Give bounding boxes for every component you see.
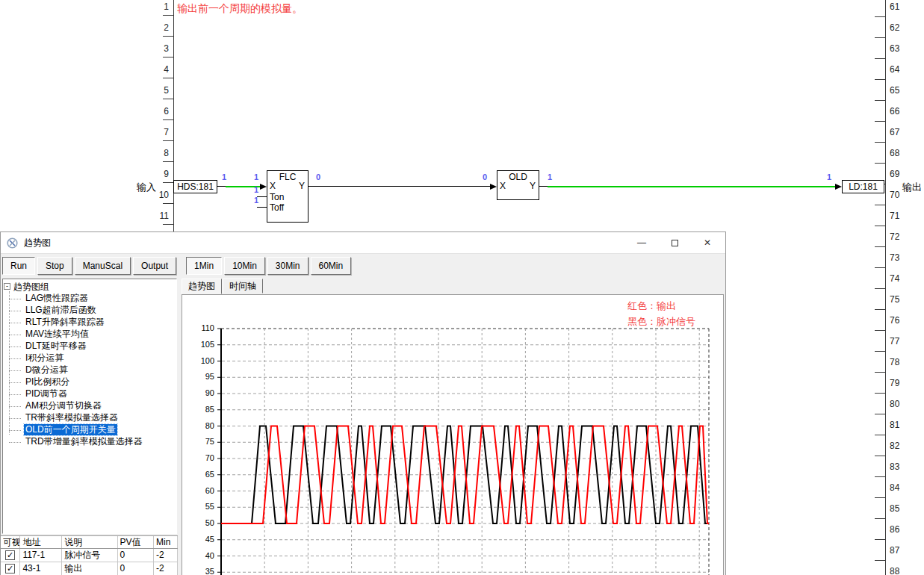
old-pin-y: Y: [530, 181, 536, 191]
rail-tick: [163, 78, 173, 78]
minimize-button[interactable]: —: [625, 232, 658, 253]
rail-number: 79: [890, 378, 909, 388]
rail-number: 6: [149, 106, 169, 116]
maximize-button[interactable]: [658, 232, 691, 253]
rail-tick: [875, 100, 885, 101]
tree-item[interactable]: PID调节器: [3, 388, 176, 400]
rail-number: 65: [890, 85, 909, 96]
flc-toff-stub: [257, 207, 267, 208]
column-header[interactable]: Min: [154, 536, 178, 548]
toolbar-button-run[interactable]: Run: [2, 257, 35, 275]
rail-number: 83: [890, 461, 909, 472]
tree-item[interactable]: DLT延时平移器: [3, 341, 176, 352]
rail-number: 4: [149, 64, 169, 75]
title-bar[interactable]: 趋势图 — ✕: [1, 232, 725, 253]
column-header[interactable]: 说明: [62, 536, 117, 548]
table-row[interactable]: ✓43-1输出0-2: [1, 562, 178, 575]
column-header[interactable]: PV值: [118, 536, 155, 548]
old-block[interactable]: OLD X Y: [497, 170, 539, 200]
output-tag-box[interactable]: LD:181: [842, 180, 884, 193]
tree-expander-icon[interactable]: -: [4, 283, 10, 290]
app-icon: [7, 237, 18, 249]
tree-item[interactable]: TRD带增量斜率模拟量选择器: [3, 436, 176, 448]
input-tag-box[interactable]: HDS:181: [173, 180, 217, 193]
rail-tick: [875, 79, 885, 80]
tree-item[interactable]: RLT升降斜率跟踪器: [3, 317, 176, 329]
rail-tick: [875, 518, 885, 519]
rail-number: 64: [890, 64, 909, 75]
rail-tick: [875, 497, 885, 498]
toolbar-button-30min[interactable]: 30Min: [267, 257, 308, 275]
rail-tick: [875, 456, 885, 456]
rail-tick: [163, 15, 173, 16]
tree-item[interactable]: MAV连续平均值: [3, 329, 176, 341]
tree-item[interactable]: TR带斜率模拟量选择器: [3, 412, 176, 424]
y-axis-tick-label: 75: [190, 437, 214, 447]
checkbox[interactable]: ✓: [5, 564, 15, 574]
column-header[interactable]: 地址: [20, 536, 62, 548]
tree-item-label: MAV连续平均值: [24, 329, 90, 340]
tree-item[interactable]: LLG超前滞后函数: [3, 305, 176, 317]
y-axis-tick-label: 65: [190, 470, 214, 480]
rail-tick: [875, 226, 885, 226]
tree-item[interactable]: I积分运算: [3, 352, 176, 364]
rail-number: 8: [149, 148, 169, 158]
tab-时间轴[interactable]: 时间轴: [223, 279, 263, 293]
toolbar-button-60min[interactable]: 60Min: [311, 257, 352, 275]
tree-item-label: LLG超前滞后函数: [24, 305, 98, 316]
tree-item[interactable]: D微分运算: [3, 364, 176, 376]
flc-x-value: 1: [254, 172, 258, 181]
rail-tick: [875, 414, 885, 414]
toolbar-button-1min[interactable]: 1Min: [186, 257, 222, 275]
tree-item[interactable]: AM积分调节切换器: [3, 400, 176, 412]
rail-number: 82: [890, 441, 909, 451]
rail-tick: [163, 36, 173, 37]
rail-tick: [875, 560, 885, 561]
toolbar-button-10min[interactable]: 10Min: [224, 257, 265, 275]
rail-tick: [163, 161, 173, 162]
rail-number: 63: [890, 43, 909, 54]
table-row[interactable]: ✓117-1脉冲信号0-2: [1, 549, 178, 562]
flc-ton-stub: [257, 196, 267, 197]
close-button[interactable]: ✕: [691, 232, 724, 253]
rail-number: 74: [890, 273, 909, 284]
rail-tick: [163, 57, 173, 58]
checkbox[interactable]: ✓: [5, 550, 15, 560]
flc-pin-y: Y: [299, 181, 305, 191]
wire-value: 1: [222, 172, 226, 181]
rail-tick: [163, 224, 173, 225]
y-axis-tick-label: 85: [190, 405, 214, 415]
column-header[interactable]: 可视: [1, 536, 20, 548]
rail-number: 66: [890, 106, 909, 116]
table-cell: -2: [154, 562, 178, 575]
trend-window: 趋势图 — ✕ RunStopManuScalOutput1Min10Min30…: [0, 231, 726, 575]
rail-number: 2: [149, 22, 169, 33]
rail-number: 76: [890, 315, 909, 326]
tree-item-label: OLD前一个周期开关量: [24, 424, 117, 435]
tab-趋势图[interactable]: 趋势图: [182, 279, 222, 294]
toolbar-button-stop[interactable]: Stop: [37, 257, 72, 275]
rail-tick: [875, 372, 885, 373]
tree-item[interactable]: OLD前一个周期开关量: [3, 424, 176, 436]
desktop: 输出前一个周期的模拟量。 1234567891011 6162636465666…: [0, 0, 924, 575]
ladder-comment-text[interactable]: 输出前一个周期的模拟量。: [177, 2, 303, 16]
y-axis-tick-label: 35: [190, 567, 214, 575]
table-cell: 脉冲信号: [62, 549, 117, 562]
tree-item[interactable]: LAG惯性跟踪器: [3, 293, 176, 305]
input-label: 输入: [137, 181, 156, 194]
tree-root[interactable]: - 趋势图组: [3, 281, 176, 293]
rail-number: 61: [890, 1, 909, 12]
y-axis-tick-label: 45: [190, 535, 214, 545]
rail-tick: [875, 539, 885, 540]
tree-item[interactable]: PI比例积分: [3, 376, 176, 388]
flc-block[interactable]: FLC X Y Ton Toff: [267, 170, 308, 223]
signal-table: 可视地址说明PV值Min✓117-1脉冲信号0-2✓43-1输出0-2: [1, 535, 178, 575]
rail-number: 78: [890, 357, 909, 367]
wire-active: [548, 186, 836, 187]
toolbar-button-manuscal[interactable]: ManuScal: [75, 257, 131, 275]
flc-pin-toff: Toff: [270, 202, 284, 213]
tab-panel: 趋势图时间轴 110105100959085807570656055504540…: [180, 279, 725, 575]
toolbar-button-output[interactable]: Output: [133, 257, 176, 275]
old-pin-x: X: [500, 181, 506, 191]
rail-tick: [163, 99, 173, 99]
